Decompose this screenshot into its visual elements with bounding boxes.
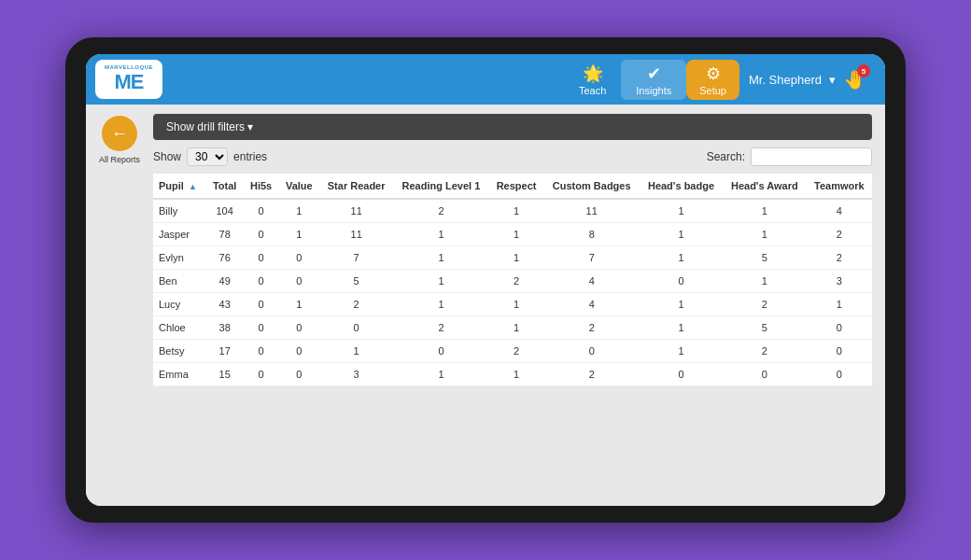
header: MARVELLOQUE ME 🌟 Teach ✔ Insights ⚙ Setu… — [86, 54, 885, 105]
cell-value: 2 — [393, 199, 489, 223]
cell-value: 1 — [393, 270, 489, 293]
cell-value: 38 — [206, 316, 244, 340]
cell-value: 0 — [244, 316, 279, 340]
notification-icon[interactable]: 🤚 5 — [843, 68, 866, 91]
cell-pupil: Ben — [153, 270, 206, 293]
drill-filters-bar[interactable]: Show drill filters ▾ — [153, 114, 872, 140]
cell-value: 2 — [543, 363, 640, 386]
user-area[interactable]: Mr. Shepherd ▾ 🤚 5 — [739, 68, 876, 91]
cell-value: 4 — [543, 270, 640, 293]
logo: MARVELLOQUE ME — [95, 60, 162, 99]
all-reports-label: All Reports — [99, 155, 140, 164]
cell-value: 11 — [543, 199, 640, 223]
col-total[interactable]: Total — [206, 174, 244, 199]
cell-value: 0 — [279, 340, 320, 363]
col-pupil[interactable]: Pupil ▲ — [153, 174, 206, 199]
show-label: Show — [153, 150, 181, 163]
cell-value: 1 — [319, 340, 393, 363]
entries-select[interactable]: 30 10 25 50 — [187, 147, 228, 166]
cell-value: 7 — [543, 246, 640, 270]
table-row: Betsy17001020120 — [153, 340, 872, 363]
controls-row: Show 30 10 25 50 entries Search: — [153, 147, 872, 166]
table-header-row: Pupil ▲ Total Hi5s Value Star Reader Rea… — [153, 174, 872, 199]
cell-value: 2 — [723, 340, 807, 363]
tablet-screen: MARVELLOQUE ME 🌟 Teach ✔ Insights ⚙ Setu… — [86, 54, 885, 506]
cell-value: 4 — [807, 199, 872, 223]
cell-value: 11 — [319, 223, 393, 246]
cell-value: 1 — [723, 199, 807, 223]
cell-value: 1 — [723, 270, 807, 293]
cell-value: 11 — [319, 199, 393, 223]
cell-value: 0 — [279, 316, 320, 340]
col-custom-badges[interactable]: Custom Badges — [543, 174, 640, 199]
col-reading-level1[interactable]: Reading Level 1 — [393, 174, 489, 199]
col-teamwork[interactable]: Teamwork — [807, 174, 872, 199]
main-area: Show drill filters ▾ Show 30 10 25 50 en… — [153, 105, 885, 506]
cell-value: 15 — [206, 363, 244, 386]
cell-value: 3 — [319, 363, 393, 386]
setup-icon: ⚙ — [706, 63, 721, 84]
search-label: Search: — [707, 150, 745, 163]
cell-value: 5 — [723, 316, 807, 340]
cell-value: 5 — [319, 270, 393, 293]
cell-value: 1 — [640, 223, 723, 246]
cell-value: 0 — [723, 363, 807, 386]
cell-value: 2 — [723, 293, 807, 316]
notification-badge: 5 — [857, 64, 870, 77]
sidebar: ← All Reports — [86, 105, 153, 506]
nav-setup-label: Setup — [699, 85, 726, 96]
cell-value: 1 — [489, 363, 544, 386]
cell-value: 5 — [723, 246, 807, 270]
table-row: Emma15003112000 — [153, 363, 872, 386]
user-name: Mr. Shepherd — [749, 73, 822, 87]
table-row: Evlyn76007117152 — [153, 246, 872, 270]
cell-value: 4 — [543, 293, 640, 316]
nav-setup[interactable]: ⚙ Setup — [686, 60, 739, 100]
col-respect[interactable]: Respect — [489, 174, 544, 199]
cell-value: 1 — [640, 199, 723, 223]
table-row: Jasper780111118112 — [153, 223, 872, 246]
cell-value: 1 — [489, 246, 544, 270]
cell-value: 1 — [279, 223, 320, 246]
cell-value: 78 — [206, 223, 244, 246]
col-heads-award[interactable]: Head's Award — [723, 174, 807, 199]
cell-value: 7 — [319, 246, 393, 270]
entries-label: entries — [233, 150, 267, 163]
table-row: Billy10401112111114 — [153, 199, 872, 223]
cell-pupil: Lucy — [153, 293, 206, 316]
table-row: Lucy43012114121 — [153, 293, 872, 316]
col-star-reader[interactable]: Star Reader — [319, 174, 393, 199]
cell-value: 2 — [807, 246, 872, 270]
nav-items: 🌟 Teach ✔ Insights ⚙ Setup — [564, 60, 739, 100]
col-value[interactable]: Value — [279, 174, 320, 199]
cell-value: 3 — [807, 270, 872, 293]
cell-pupil: Billy — [153, 199, 206, 223]
cell-pupil: Evlyn — [153, 246, 206, 270]
table-row: Chloe38000212150 — [153, 316, 872, 340]
col-heads-badge[interactable]: Head's badge — [640, 174, 723, 199]
cell-value: 0 — [279, 363, 320, 386]
col-hi5s[interactable]: Hi5s — [244, 174, 279, 199]
cell-value: 0 — [244, 340, 279, 363]
cell-value: 1 — [393, 293, 489, 316]
cell-value: 0 — [244, 363, 279, 386]
cell-value: 49 — [206, 270, 244, 293]
nav-insights-label: Insights — [636, 85, 671, 96]
cell-value: 1 — [723, 223, 807, 246]
search-input[interactable] — [751, 147, 872, 166]
nav-teach[interactable]: 🌟 Teach — [564, 60, 621, 100]
back-button[interactable]: ← — [102, 116, 137, 151]
cell-value: 1 — [489, 199, 544, 223]
cell-value: 1 — [489, 316, 544, 340]
cell-value: 0 — [543, 340, 640, 363]
cell-value: 1 — [489, 293, 544, 316]
cell-value: 1 — [640, 316, 723, 340]
cell-value: 1 — [640, 293, 723, 316]
nav-teach-label: Teach — [579, 85, 606, 96]
cell-pupil: Jasper — [153, 223, 206, 246]
cell-value: 2 — [807, 223, 872, 246]
nav-insights[interactable]: ✔ Insights — [621, 60, 686, 100]
cell-value: 0 — [807, 340, 872, 363]
cell-value: 0 — [319, 316, 393, 340]
cell-pupil: Chloe — [153, 316, 206, 340]
